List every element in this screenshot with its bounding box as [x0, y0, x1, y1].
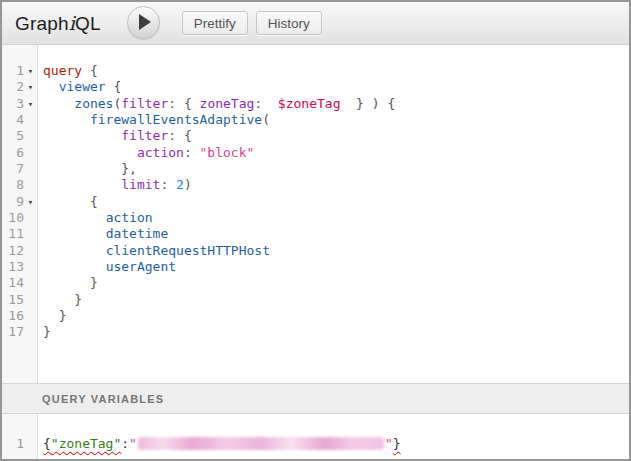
code-token: :	[160, 177, 176, 192]
code-line[interactable]: },	[43, 161, 629, 177]
code-token: }	[43, 308, 66, 323]
code-token	[43, 79, 59, 94]
code-token: :	[184, 145, 200, 160]
query-variables-header[interactable]: QUERY VARIABLES	[2, 383, 629, 414]
line-number: 1	[2, 436, 24, 452]
fold-arrow-icon[interactable]: ▾	[24, 79, 37, 95]
code-token: limit	[121, 177, 160, 192]
fold-arrow-icon[interactable]: ▾	[24, 96, 37, 112]
line-number: 11	[2, 226, 24, 242]
line-number: 2	[2, 79, 24, 95]
line-number: 1	[2, 63, 24, 79]
code-token: {	[43, 436, 51, 451]
variables-gutter: 1	[2, 414, 38, 459]
code-line[interactable]: }	[43, 308, 629, 324]
code-token: (	[262, 112, 270, 127]
code-line[interactable]: firewallEventsAdaptive(	[43, 112, 629, 128]
code-line[interactable]: filter: {	[43, 128, 629, 144]
code-line[interactable]: action	[43, 210, 629, 226]
code-token: viewer	[59, 79, 106, 94]
code-line[interactable]: zones(filter: { zoneTag: $zoneTag } ) {	[43, 96, 629, 112]
query-code-area[interactable]: query { viewer { zones(filter: { zoneTag…	[38, 45, 629, 383]
code-token: zoneTag	[200, 96, 255, 111]
gutter-row: 9▾	[2, 194, 37, 210]
play-icon	[139, 14, 151, 30]
code-token: }	[43, 292, 82, 307]
code-line[interactable]: query {	[43, 63, 629, 79]
line-number: 15	[2, 292, 24, 308]
gutter-row: 12	[2, 243, 37, 259]
code-token: datetime	[106, 226, 169, 241]
code-line[interactable]: }	[43, 275, 629, 291]
code-token	[43, 96, 74, 111]
code-line[interactable]: }	[43, 292, 629, 308]
fold-spacer	[24, 308, 37, 324]
line-number: 13	[2, 259, 24, 275]
gutter-row: 3▾	[2, 96, 37, 112]
variables-editor[interactable]: 1 {"zoneTag":""}	[2, 414, 629, 459]
fold-arrow-icon[interactable]: ▾	[24, 63, 37, 79]
code-token: }	[393, 436, 401, 451]
code-token: action	[137, 145, 184, 160]
code-token: clientRequestHTTPHost	[106, 243, 270, 258]
fold-spacer	[24, 210, 37, 226]
code-token: :	[254, 96, 277, 111]
code-token: }	[43, 275, 98, 290]
history-button[interactable]: History	[256, 11, 322, 35]
fold-arrow-icon[interactable]: ▾	[24, 194, 37, 210]
code-token: : {	[168, 96, 199, 111]
code-line[interactable]: action: "block"	[43, 145, 629, 161]
code-token: query	[43, 63, 82, 78]
code-token: "zoneTag"	[51, 436, 121, 451]
fold-spacer	[24, 226, 37, 242]
variables-code-line[interactable]: {"zoneTag":""}	[38, 414, 401, 459]
toolbar: GraphiQL Prettify History	[2, 2, 629, 45]
code-token: :	[121, 436, 129, 451]
code-token: }	[43, 324, 51, 339]
code-token: $zoneTag	[278, 96, 341, 111]
fold-spacer	[24, 324, 37, 340]
query-editor[interactable]: 1▾2▾3▾456789▾1011121314151617 query { vi…	[2, 45, 629, 383]
gutter-row: 5	[2, 128, 37, 144]
code-line[interactable]: datetime	[43, 226, 629, 242]
code-token: "	[129, 436, 137, 451]
line-number: 8	[2, 177, 24, 193]
code-token: "	[385, 436, 393, 451]
code-token	[43, 243, 106, 258]
code-token: firewallEventsAdaptive	[90, 112, 262, 127]
app-title: GraphiQL	[15, 12, 101, 35]
execute-query-button[interactable]	[127, 6, 160, 39]
code-token	[43, 210, 106, 225]
code-line[interactable]: limit: 2)	[43, 177, 629, 193]
gutter-row: 14	[2, 275, 37, 291]
gutter-row: 4	[2, 112, 37, 128]
line-number: 17	[2, 324, 24, 340]
line-number: 10	[2, 210, 24, 226]
code-token: "block"	[200, 145, 255, 160]
gutter-row: 8	[2, 177, 37, 193]
code-token: 2	[176, 177, 184, 192]
prettify-button[interactable]: Prettify	[182, 11, 248, 35]
code-line[interactable]: clientRequestHTTPHost	[43, 243, 629, 259]
code-line[interactable]: }	[43, 324, 629, 340]
code-token: {	[106, 79, 122, 94]
code-token: : {	[168, 128, 191, 143]
code-line[interactable]: viewer {	[43, 79, 629, 95]
code-line[interactable]: userAgent	[43, 259, 629, 275]
fold-spacer	[24, 275, 37, 291]
code-token: action	[106, 210, 153, 225]
line-number-gutter: 1▾2▾3▾456789▾1011121314151617	[2, 45, 38, 383]
code-token	[43, 145, 137, 160]
code-line[interactable]: {	[43, 194, 629, 210]
fold-spacer	[24, 259, 37, 275]
graphiql-window: GraphiQL Prettify History 1▾2▾3▾456789▾1…	[0, 0, 631, 461]
gutter-row: 13	[2, 259, 37, 275]
gutter-row: 7	[2, 161, 37, 177]
line-number: 16	[2, 308, 24, 324]
line-number: 9	[2, 194, 24, 210]
fold-spacer	[24, 128, 37, 144]
fold-spacer	[24, 112, 37, 128]
code-token	[43, 128, 121, 143]
gutter-row: 16	[2, 308, 37, 324]
code-token: },	[43, 161, 137, 176]
